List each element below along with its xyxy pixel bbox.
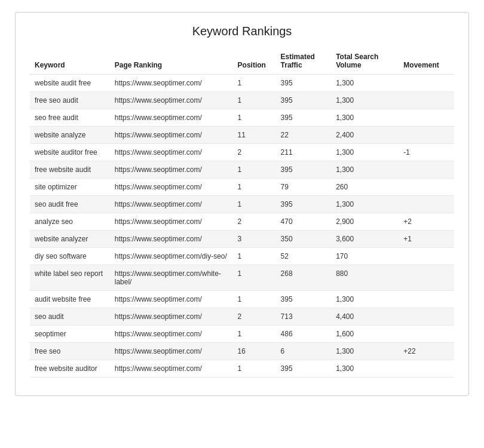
cell-traffic: 395 bbox=[276, 109, 332, 127]
cell-volume: 260 bbox=[331, 179, 399, 196]
cell-position: 2 bbox=[233, 308, 276, 326]
cell-keyword: website auditor free bbox=[30, 144, 110, 161]
cell-page: https://www.seoptimer.com/ bbox=[110, 179, 233, 196]
cell-keyword: free seo bbox=[30, 343, 110, 360]
cell-volume: 1,300 bbox=[331, 109, 399, 127]
cell-movement bbox=[399, 308, 454, 326]
cell-movement bbox=[399, 248, 454, 265]
page-title: Keyword Rankings bbox=[30, 24, 454, 38]
cell-traffic: 395 bbox=[276, 291, 332, 308]
cell-movement bbox=[399, 179, 454, 196]
cell-page: https://www.seoptimer.com/ bbox=[110, 308, 233, 326]
cell-volume: 880 bbox=[331, 265, 399, 291]
cell-traffic: 395 bbox=[276, 161, 332, 179]
table-row: audit website freehttps://www.seoptimer.… bbox=[30, 291, 454, 308]
cell-movement bbox=[399, 92, 454, 109]
cell-page: https://www.seoptimer.com/white-label/ bbox=[110, 265, 233, 291]
cell-position: 1 bbox=[233, 291, 276, 308]
cell-keyword: free website audit bbox=[30, 161, 110, 179]
cell-volume: 1,300 bbox=[331, 360, 399, 378]
cell-keyword: diy seo software bbox=[30, 248, 110, 265]
cell-movement bbox=[399, 127, 454, 144]
table-row: seo audit freehttps://www.seoptimer.com/… bbox=[30, 196, 454, 213]
col-header-movement: Movement bbox=[399, 49, 454, 75]
cell-position: 1 bbox=[233, 92, 276, 109]
cell-keyword: seoptimer bbox=[30, 326, 110, 343]
cell-keyword: free seo audit bbox=[30, 92, 110, 109]
table-row: website audit freehttps://www.seoptimer.… bbox=[30, 75, 454, 92]
cell-position: 1 bbox=[233, 326, 276, 343]
cell-traffic: 470 bbox=[276, 213, 332, 231]
cell-traffic: 486 bbox=[276, 326, 332, 343]
cell-traffic: 79 bbox=[276, 179, 332, 196]
cell-keyword: free website auditor bbox=[30, 360, 110, 378]
cell-volume: 1,300 bbox=[331, 161, 399, 179]
cell-traffic: 52 bbox=[276, 248, 332, 265]
cell-page: https://www.seoptimer.com/ bbox=[110, 144, 233, 161]
cell-volume: 1,600 bbox=[331, 326, 399, 343]
cell-movement bbox=[399, 360, 454, 378]
col-header-volume: Total SearchVolume bbox=[331, 49, 399, 75]
cell-position: 11 bbox=[233, 127, 276, 144]
col-header-traffic: EstimatedTraffic bbox=[276, 49, 332, 75]
cell-keyword: analyze seo bbox=[30, 213, 110, 231]
cell-page: https://www.seoptimer.com/ bbox=[110, 231, 233, 248]
col-header-keyword: Keyword bbox=[30, 49, 110, 75]
cell-volume: 3,600 bbox=[331, 231, 399, 248]
cell-position: 16 bbox=[233, 343, 276, 360]
cell-keyword: seo audit free bbox=[30, 196, 110, 213]
cell-movement: -1 bbox=[399, 144, 454, 161]
main-container: Keyword Rankings Keyword Page Ranking Po… bbox=[15, 12, 469, 396]
table-row: seo free audithttps://www.seoptimer.com/… bbox=[30, 109, 454, 127]
table-row: seoptimerhttps://www.seoptimer.com/14861… bbox=[30, 326, 454, 343]
cell-position: 1 bbox=[233, 179, 276, 196]
cell-traffic: 395 bbox=[276, 196, 332, 213]
cell-keyword: website analyze bbox=[30, 127, 110, 144]
cell-traffic: 395 bbox=[276, 92, 332, 109]
table-row: website auditor freehttps://www.seoptime… bbox=[30, 144, 454, 161]
cell-volume: 1,300 bbox=[331, 291, 399, 308]
cell-page: https://www.seoptimer.com/ bbox=[110, 291, 233, 308]
cell-traffic: 350 bbox=[276, 231, 332, 248]
cell-movement bbox=[399, 265, 454, 291]
table-header: Keyword Page Ranking Position EstimatedT… bbox=[30, 49, 454, 75]
cell-volume: 1,300 bbox=[331, 75, 399, 92]
cell-keyword: audit website free bbox=[30, 291, 110, 308]
cell-movement bbox=[399, 291, 454, 308]
col-header-page: Page Ranking bbox=[110, 49, 233, 75]
cell-volume: 4,400 bbox=[331, 308, 399, 326]
cell-position: 1 bbox=[233, 196, 276, 213]
cell-movement bbox=[399, 161, 454, 179]
cell-position: 1 bbox=[233, 161, 276, 179]
cell-traffic: 6 bbox=[276, 343, 332, 360]
table-row: free seohttps://www.seoptimer.com/1661,3… bbox=[30, 343, 454, 360]
cell-page: https://www.seoptimer.com/ bbox=[110, 196, 233, 213]
cell-volume: 1,300 bbox=[331, 343, 399, 360]
cell-traffic: 268 bbox=[276, 265, 332, 291]
table-row: free seo audithttps://www.seoptimer.com/… bbox=[30, 92, 454, 109]
cell-movement bbox=[399, 196, 454, 213]
cell-movement: +1 bbox=[399, 231, 454, 248]
cell-traffic: 713 bbox=[276, 308, 332, 326]
keyword-rankings-table: Keyword Page Ranking Position EstimatedT… bbox=[30, 49, 454, 378]
cell-keyword: seo free audit bbox=[30, 109, 110, 127]
cell-page: https://www.seoptimer.com/ bbox=[110, 213, 233, 231]
cell-traffic: 395 bbox=[276, 75, 332, 92]
table-row: site optimizerhttps://www.seoptimer.com/… bbox=[30, 179, 454, 196]
cell-volume: 170 bbox=[331, 248, 399, 265]
cell-page: https://www.seoptimer.com/ bbox=[110, 343, 233, 360]
cell-movement bbox=[399, 109, 454, 127]
cell-position: 1 bbox=[233, 109, 276, 127]
cell-page: https://www.seoptimer.com/ bbox=[110, 109, 233, 127]
cell-position: 1 bbox=[233, 75, 276, 92]
col-header-position: Position bbox=[233, 49, 276, 75]
cell-movement: +22 bbox=[399, 343, 454, 360]
table-row: diy seo softwarehttps://www.seoptimer.co… bbox=[30, 248, 454, 265]
cell-position: 1 bbox=[233, 265, 276, 291]
table-row: seo audithttps://www.seoptimer.com/27134… bbox=[30, 308, 454, 326]
cell-position: 3 bbox=[233, 231, 276, 248]
cell-keyword: white label seo report bbox=[30, 265, 110, 291]
cell-page: https://www.seoptimer.com/ bbox=[110, 326, 233, 343]
cell-position: 2 bbox=[233, 144, 276, 161]
cell-movement bbox=[399, 326, 454, 343]
